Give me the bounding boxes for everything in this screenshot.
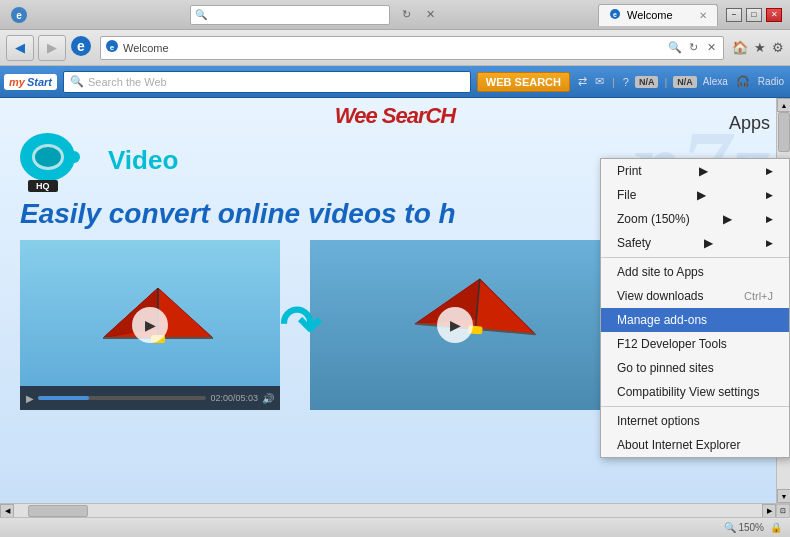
menu-item-options[interactable]: Internet options: [601, 409, 789, 433]
time-display: 02:00/05:03: [210, 393, 258, 403]
menu-label-f12: F12 Developer Tools: [617, 337, 727, 351]
video-title-text: Video: [108, 145, 178, 176]
alexa-label: Alexa: [701, 76, 730, 87]
title-bar-center: 🔍 ↻ ✕: [30, 5, 598, 25]
title-bar-left: e: [8, 4, 30, 26]
tab-favicon: e: [609, 8, 621, 22]
hq-icon-wrapper: HQ: [20, 133, 88, 188]
arrow-icon-print: ▶: [699, 164, 708, 178]
menu-item-add-site[interactable]: Add site to Apps: [601, 260, 789, 284]
ie-logo-nav: e: [70, 35, 92, 61]
menu-separator-1: [601, 257, 789, 258]
address-bar[interactable]: e Welcome 🔍 ↻ ✕: [100, 36, 724, 60]
svg-text:e: e: [16, 10, 22, 21]
tab-strip: e Welcome ✕: [598, 4, 718, 26]
search-icon-toolbar: 🔍: [70, 75, 84, 88]
menu-item-safety[interactable]: Safety ▶: [601, 231, 789, 255]
scroll-left-btn[interactable]: ◀: [0, 504, 14, 518]
browser-window: e 🔍 ↻ ✕ e Welcome ✕ − □ ✕: [0, 0, 790, 537]
minimize-button[interactable]: −: [726, 8, 742, 22]
camera-bump: [68, 151, 80, 163]
forward-button[interactable]: ▶: [38, 35, 66, 61]
title-bar-controls: − □ ✕: [726, 8, 782, 22]
na-badge-1: N/A: [635, 76, 659, 88]
content-area: p7z Wee SearCH Apps HQ: [0, 98, 790, 503]
arrow-icon-zoom: ▶: [723, 212, 732, 226]
scroll-right-btn[interactable]: ▶: [762, 504, 776, 518]
refresh-addr-btn[interactable]: ↻: [685, 41, 701, 54]
close-button[interactable]: ✕: [766, 8, 782, 22]
mail-icon[interactable]: ✉: [593, 75, 606, 88]
menu-separator-2: [601, 406, 789, 407]
web-search-button[interactable]: WEB SEARCH: [477, 72, 570, 92]
weesearch-label: Wee SearCH: [335, 103, 455, 128]
ie-logo-title: e: [8, 4, 30, 26]
arrow-icon[interactable]: ⇄: [576, 75, 589, 88]
menu-label-add-site: Add site to Apps: [617, 265, 704, 279]
toolbar-search-box[interactable]: 🔍 Search the Web: [63, 71, 471, 93]
camera-body: [20, 133, 75, 181]
h-scroll-thumb[interactable]: [28, 505, 88, 517]
status-zoom: 🔍 150%: [724, 522, 764, 533]
menu-label-file: File: [617, 188, 636, 202]
settings-gear-icon[interactable]: ⚙: [772, 40, 784, 55]
menu-label-compat: Compatibility View settings: [617, 385, 760, 399]
na-badge-2: N/A: [673, 76, 697, 88]
menu-label-about: About Internet Explorer: [617, 438, 740, 452]
camera-lens: [32, 144, 64, 170]
weesearch-banner: Wee SearCH: [335, 103, 455, 129]
search-addr-btn[interactable]: 🔍: [667, 41, 683, 54]
video-thumbnail-1: ▶: [20, 240, 280, 410]
arrow-icon-file: ▶: [697, 188, 706, 202]
menu-item-f12[interactable]: F12 Developer Tools: [601, 332, 789, 356]
question-icon[interactable]: ?: [621, 76, 631, 88]
menu-item-pinned[interactable]: Go to pinned sites: [601, 356, 789, 380]
status-right: 🔍 150% 🔒: [724, 522, 782, 533]
hq-label-badge: HQ: [28, 180, 58, 192]
menu-item-print[interactable]: Print ▶: [601, 159, 789, 183]
stop-title-btn[interactable]: ✕: [422, 8, 438, 21]
refresh-title-btn[interactable]: ↻: [398, 8, 414, 21]
headphones-icon[interactable]: 🎧: [734, 75, 752, 88]
cyan-arrow-icon: ↷: [279, 296, 321, 354]
maximize-button[interactable]: □: [746, 8, 762, 22]
menu-label-options: Internet options: [617, 414, 700, 428]
menu-label-view-downloads: View downloads: [617, 289, 704, 303]
horizontal-scrollbar[interactable]: ◀ ▶ ⊡: [0, 503, 790, 517]
tagline-content: Easily convert online videos to h: [20, 198, 456, 229]
title-bar: e 🔍 ↻ ✕ e Welcome ✕ − □ ✕: [0, 0, 790, 30]
mystart-my: my: [9, 76, 25, 88]
stop-addr-btn[interactable]: ✕: [703, 41, 719, 54]
play-button-2[interactable]: ▶: [437, 307, 473, 343]
status-bar: 🔍 150% 🔒: [0, 517, 790, 537]
menu-label-pinned: Go to pinned sites: [617, 361, 714, 375]
mystart-start: Start: [27, 76, 52, 88]
favorites-icon[interactable]: ★: [754, 40, 766, 55]
scroll-down-btn[interactable]: ▼: [777, 489, 790, 503]
menu-item-view-downloads[interactable]: View downloads Ctrl+J: [601, 284, 789, 308]
menu-item-compat[interactable]: Compatibility View settings: [601, 380, 789, 404]
back-button[interactable]: ◀: [6, 35, 34, 61]
play-ctrl-btn[interactable]: ▶: [26, 393, 34, 404]
menu-label-safety: Safety: [617, 236, 651, 250]
status-protected: 🔒: [770, 522, 782, 533]
menu-item-about[interactable]: About Internet Explorer: [601, 433, 789, 457]
arrow-icon-safety: ▶: [704, 236, 713, 250]
title-search-box[interactable]: 🔍: [190, 5, 390, 25]
menu-item-manage-addons[interactable]: Manage add-ons: [601, 308, 789, 332]
play-button-1[interactable]: ▶: [132, 307, 168, 343]
menu-item-zoom[interactable]: Zoom (150%) ▶: [601, 207, 789, 231]
menu-item-file[interactable]: File ▶: [601, 183, 789, 207]
progress-bar[interactable]: [38, 396, 206, 400]
tab-welcome[interactable]: e Welcome ✕: [598, 4, 718, 26]
hang-glider-2: [409, 268, 545, 353]
menu-label-print: Print: [617, 164, 642, 178]
address-text: Welcome: [123, 42, 663, 54]
home-icon[interactable]: 🏠: [732, 40, 748, 55]
address-favicon: e: [105, 39, 119, 56]
radio-label: Radio: [756, 76, 786, 87]
menu-label-zoom: Zoom (150%): [617, 212, 690, 226]
shortcut-view-downloads: Ctrl+J: [744, 290, 773, 302]
search-placeholder: Search the Web: [88, 76, 167, 88]
tab-close-btn[interactable]: ✕: [699, 10, 707, 21]
